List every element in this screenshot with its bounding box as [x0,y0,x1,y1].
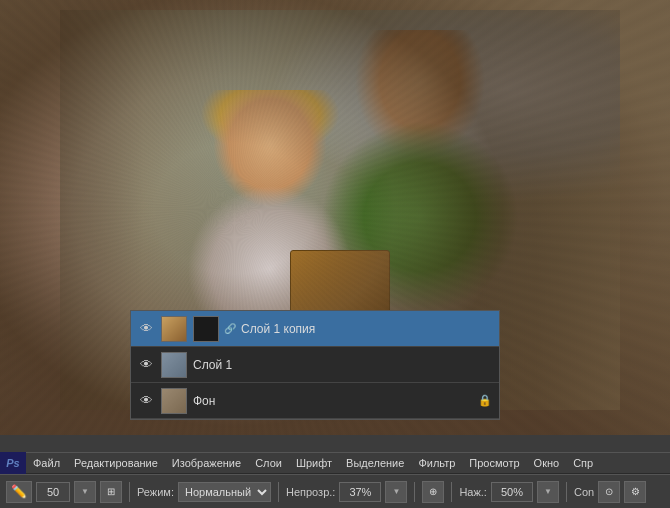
pressure-dropdown-btn[interactable]: ▼ [537,481,559,503]
menu-item-filter[interactable]: Фильтр [411,452,462,474]
toolbar-bar: ✏️ ▼ ⊞ Режим: Нормальный Непрозр.: ▼ ⊕ Н… [0,474,670,508]
menu-item-edit[interactable]: Редактирование [67,452,165,474]
size-dropdown-btn[interactable]: ▼ [74,481,96,503]
opacity-label: Непрозр.: [286,486,335,498]
layer-visibility-icon[interactable]: 👁 [137,320,155,338]
brush-size-input[interactable] [36,482,70,502]
menu-item-select[interactable]: Выделение [339,452,411,474]
layer-thumbnail [161,388,187,414]
layer-name: Фон [193,394,471,408]
toolbar-separator [566,482,567,502]
tablet-icon: ⊙ [605,486,613,497]
pressure-label: Наж.: [459,486,487,498]
layer-mask-thumbnail [193,316,219,342]
settings-icon: ⚙ [631,486,640,497]
options-icon: ⊞ [107,486,115,497]
layer-row[interactable]: 👁 🔗 Слой 1 копия [131,311,499,347]
layer-row[interactable]: 👁 Фон 🔒 [131,383,499,419]
layer-visibility-icon[interactable]: 👁 [137,356,155,374]
menu-item-file[interactable]: Файл [26,452,67,474]
con-label: Con [574,486,594,498]
airbrush-btn[interactable]: ⊕ [422,481,444,503]
layer-link-icon: 🔗 [225,320,235,338]
photoshop-logo: Ps [0,452,26,474]
menu-item-font[interactable]: Шрифт [289,452,339,474]
brush-icon: ✏️ [11,484,27,499]
brush-tool-icon[interactable]: ✏️ [6,481,32,503]
menu-item-layers[interactable]: Слои [248,452,289,474]
extra-tool-btn-2[interactable]: ⚙ [624,481,646,503]
layer-name: Слой 1 копия [241,322,493,336]
layers-panel: 👁 🔗 Слой 1 копия 👁 Слой 1 👁 Фон 🔒 [130,310,500,420]
chevron-down-icon: ▼ [544,487,552,496]
layer-thumbnail [161,316,187,342]
airbrush-icon: ⊕ [429,486,437,497]
chevron-down-icon: ▼ [81,487,89,496]
toolbar-separator [129,482,130,502]
mode-label: Режим: [137,486,174,498]
blend-mode-select[interactable]: Нормальный [178,482,271,502]
menu-item-window[interactable]: Окно [527,452,567,474]
tool-options-btn[interactable]: ⊞ [100,481,122,503]
toolbar-separator [451,482,452,502]
opacity-input[interactable] [339,482,381,502]
layer-name: Слой 1 [193,358,493,372]
menu-item-view[interactable]: Просмотр [462,452,526,474]
menu-bar: Ps Файл Редактирование Изображение Слои … [0,452,670,474]
menu-item-image[interactable]: Изображение [165,452,248,474]
pressure-input[interactable] [491,482,533,502]
extra-tool-btn-1[interactable]: ⊙ [598,481,620,503]
layer-row[interactable]: 👁 Слой 1 [131,347,499,383]
layer-thumbnail [161,352,187,378]
menu-item-help[interactable]: Спр [566,452,600,474]
layer-lock-icon: 🔒 [477,393,493,409]
layer-visibility-icon[interactable]: 👁 [137,392,155,410]
toolbar-separator [414,482,415,502]
chevron-down-icon: ▼ [392,487,400,496]
toolbar-separator [278,482,279,502]
opacity-dropdown-btn[interactable]: ▼ [385,481,407,503]
